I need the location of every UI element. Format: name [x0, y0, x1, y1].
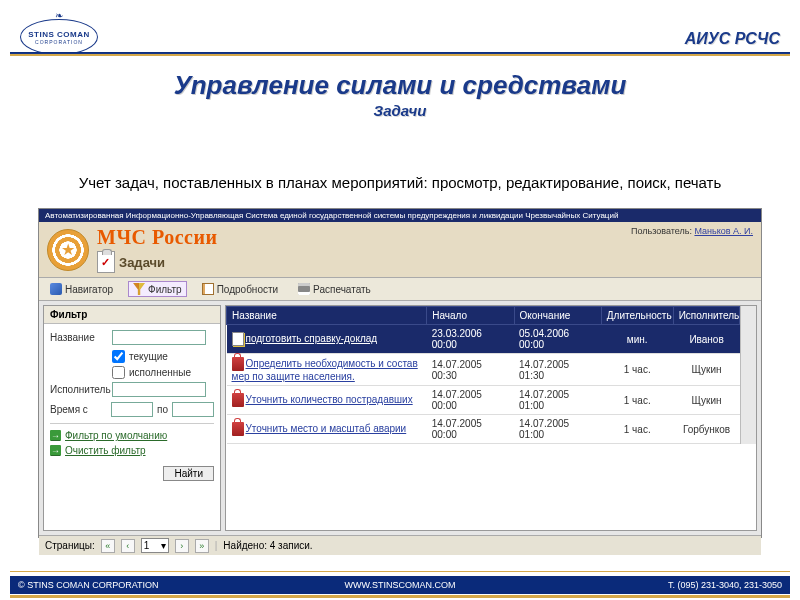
footer-url: WWW.STINSCOMAN.COM: [345, 580, 456, 590]
lock-icon: [232, 422, 244, 436]
status-bar: Страницы: « ‹ 1▾ › » | Найдено: 4 записи…: [39, 535, 761, 555]
cell-duration: 1 час.: [601, 354, 673, 386]
time-to-label: по: [157, 404, 168, 415]
find-button[interactable]: Найти: [163, 466, 214, 481]
column-header[interactable]: Длительность: [601, 307, 673, 325]
page-subtitle: Задачи: [0, 102, 800, 119]
details-label: Подробности: [217, 284, 278, 295]
app-window: Автоматизированная Информационно-Управля…: [38, 208, 762, 538]
column-header[interactable]: Начало: [427, 307, 514, 325]
footer-phone: Т. (095) 231-3040, 231-3050: [668, 580, 782, 590]
user-info: Пользователь: Маньков А. И.: [631, 226, 753, 236]
filter-button[interactable]: Фильтр: [128, 281, 187, 297]
time-from-input[interactable]: [111, 402, 153, 417]
filter-icon: [133, 283, 145, 295]
system-acronym: АИУС РСЧС: [685, 30, 780, 48]
task-link[interactable]: Уточнить количество пострадавших: [246, 394, 413, 405]
task-link[interactable]: подготовить справку-доклад: [246, 333, 378, 344]
cell-executor: Щукин: [673, 354, 740, 386]
column-header[interactable]: Название: [227, 307, 427, 325]
app-title: МЧС России: [97, 226, 218, 249]
user-label: Пользователь:: [631, 226, 692, 236]
column-header[interactable]: Исполнитель: [673, 307, 740, 325]
chevron-down-icon: ▾: [161, 540, 166, 551]
cell-end: 14.07.2005 01:30: [514, 354, 601, 386]
footer-gold-rule: [10, 595, 790, 598]
page-last-button[interactable]: »: [195, 539, 209, 553]
cell-start: 23.03.2006 00:00: [427, 325, 514, 354]
page-next-button[interactable]: ›: [175, 539, 189, 553]
table-row[interactable]: подготовить справку-доклад23.03.2006 00:…: [227, 325, 740, 354]
table-row[interactable]: Определить необходимость и состав мер по…: [227, 354, 740, 386]
time-to-input[interactable]: [172, 402, 214, 417]
cell-executor: Горбунков: [673, 415, 740, 444]
clear-filter-label: Очистить фильтр: [65, 445, 146, 456]
column-header[interactable]: Окончание: [514, 307, 601, 325]
clipboard-icon: [97, 251, 115, 273]
app-header: МЧС России Задачи Пользователь: Маньков …: [39, 222, 761, 278]
grid-empty-area: [226, 444, 756, 530]
pages-label: Страницы:: [45, 540, 95, 551]
name-label: Название: [50, 332, 108, 343]
print-button[interactable]: Распечатать: [293, 281, 376, 297]
cell-executor: Щукин: [673, 386, 740, 415]
filter-label: Фильтр: [148, 284, 182, 295]
cell-end: 14.07.2005 01:00: [514, 386, 601, 415]
navigator-button[interactable]: Навигатор: [45, 281, 118, 297]
cell-duration: 1 час.: [601, 415, 673, 444]
toolbar: Навигатор Фильтр Подробности Распечатать: [39, 278, 761, 301]
arrow-right-icon: →: [50, 430, 61, 441]
logo-subtext: CORPORATION: [35, 39, 83, 45]
page-prev-button[interactable]: ‹: [121, 539, 135, 553]
name-input[interactable]: [112, 330, 206, 345]
document-icon: [232, 332, 244, 346]
table-row[interactable]: Уточнить количество пострадавших14.07.20…: [227, 386, 740, 415]
cell-end: 05.04.2006 00:00: [514, 325, 601, 354]
cell-start: 14.07.2005 00:30: [427, 354, 514, 386]
done-checkbox-label: исполненные: [129, 367, 191, 378]
tasks-grid: НазваниеНачалоОкончаниеДлительностьИспол…: [225, 305, 757, 531]
page-number: 1: [144, 540, 150, 551]
header-rule: [10, 52, 790, 56]
page-description: Учет задач, поставленных в планах меропр…: [10, 174, 790, 191]
task-link[interactable]: Уточнить место и масштаб аварии: [246, 423, 407, 434]
cell-end: 14.07.2005 01:00: [514, 415, 601, 444]
app-titlebar: Автоматизированная Информационно-Управля…: [39, 209, 761, 222]
cell-start: 14.07.2005 00:00: [427, 386, 514, 415]
executor-label: Исполнитель: [50, 384, 108, 395]
details-icon: [202, 283, 214, 295]
tasks-table: НазваниеНачалоОкончаниеДлительностьИспол…: [226, 306, 740, 444]
cell-executor: Иванов: [673, 325, 740, 354]
logo-oval: STINS COMAN CORPORATION: [20, 19, 98, 55]
task-link[interactable]: Определить необходимость и состав мер по…: [232, 358, 418, 382]
print-label: Распечатать: [313, 284, 371, 295]
footer-bar: © STINS COMAN CORPORATION WWW.STINSCOMAN…: [10, 576, 790, 594]
user-link[interactable]: Маньков А. И.: [694, 226, 753, 236]
executor-input[interactable]: [112, 382, 206, 397]
filter-panel-title: Фильтр: [44, 306, 220, 324]
page-first-button[interactable]: «: [101, 539, 115, 553]
cell-start: 14.07.2005 00:00: [427, 415, 514, 444]
navigator-label: Навигатор: [65, 284, 113, 295]
table-row[interactable]: Уточнить место и масштаб аварии14.07.200…: [227, 415, 740, 444]
print-icon: [298, 283, 310, 295]
footer-rule: [10, 566, 790, 572]
time-from-label: Время с: [50, 404, 107, 415]
current-checkbox[interactable]: [112, 350, 125, 363]
vertical-scrollbar[interactable]: [740, 306, 756, 444]
clear-filter-link[interactable]: → Очистить фильтр: [50, 445, 214, 456]
cell-duration: мин.: [601, 325, 673, 354]
mchs-emblem-icon: [47, 229, 89, 271]
done-checkbox[interactable]: [112, 366, 125, 379]
details-button[interactable]: Подробности: [197, 281, 283, 297]
page-select[interactable]: 1▾: [141, 538, 169, 553]
footer-copyright: © STINS COMAN CORPORATION: [18, 580, 158, 590]
default-filter-label: Фильтр по умолчанию: [65, 430, 167, 441]
found-label: Найдено: 4 записи.: [223, 540, 312, 551]
cell-duration: 1 час.: [601, 386, 673, 415]
logo-text: STINS COMAN: [28, 30, 90, 39]
default-filter-link[interactable]: → Фильтр по умолчанию: [50, 430, 214, 441]
lock-icon: [232, 357, 244, 371]
page-title: Управление силами и средствами: [0, 70, 800, 101]
filter-panel: Фильтр Название текущие исполненные Испо…: [43, 305, 221, 531]
